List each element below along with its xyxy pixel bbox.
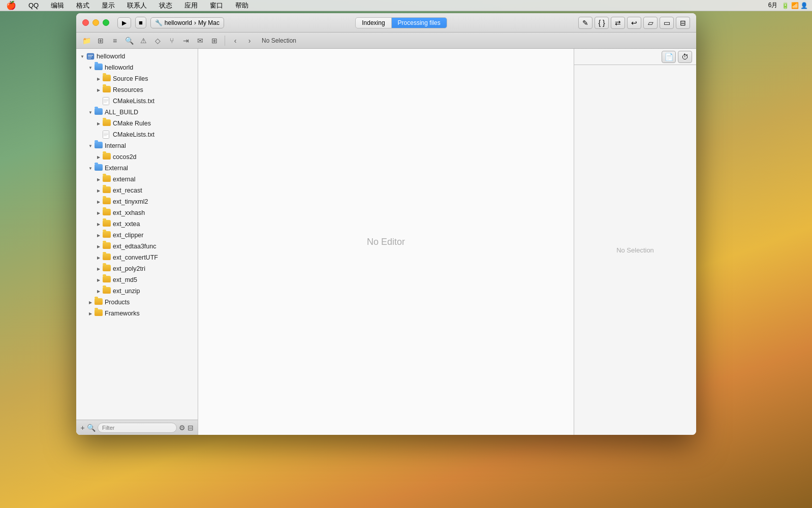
tree-ext-edtaa3func[interactable]: ext_edtaa3func xyxy=(76,241,198,252)
hierarchy-icon[interactable]: ⊟ xyxy=(188,422,194,433)
menu-view[interactable]: 显示 xyxy=(100,0,117,11)
tree-ext-xxhash[interactable]: ext_xxhash xyxy=(76,207,198,218)
main-content: helloworld helloworld Source Files xyxy=(76,49,696,435)
layout-btn1[interactable]: ▱ xyxy=(643,17,658,29)
tb2-warning-icon[interactable]: ⚠ xyxy=(137,35,149,47)
tree-ext-poly2tri[interactable]: ext_poly2tri xyxy=(76,263,198,274)
menu-format[interactable]: 格式 xyxy=(74,0,91,11)
external-disclosure[interactable] xyxy=(86,164,95,172)
edit-icon-btn[interactable]: ✎ xyxy=(578,17,592,29)
products-disclosure[interactable] xyxy=(86,298,95,306)
clock-icon: ⏱ xyxy=(681,53,689,61)
ext-icon xyxy=(103,175,111,183)
ext-xxhash-disclosure[interactable] xyxy=(95,209,103,217)
layout-icon1: ▱ xyxy=(648,19,653,27)
tb2-branch-icon[interactable]: ⑂ xyxy=(166,35,178,47)
related-btn[interactable]: ⇄ xyxy=(611,17,625,29)
menu-help[interactable]: 帮助 xyxy=(233,0,251,11)
stop-button[interactable]: ■ xyxy=(135,17,146,28)
scheme-selector[interactable]: 🔧 helloworld › My Mac xyxy=(150,17,224,28)
run-button[interactable]: ▶ xyxy=(117,17,131,28)
tree-area: helloworld helloworld Source Files xyxy=(76,49,198,420)
maximize-button[interactable] xyxy=(103,19,109,26)
tree-ext-recast[interactable]: ext_recast xyxy=(76,185,198,196)
all-build-disclosure[interactable] xyxy=(86,108,95,116)
tree-external-group[interactable]: External xyxy=(76,163,198,174)
tb2-grid-icon[interactable]: ⊞ xyxy=(95,35,107,47)
tree-cmakelists-1[interactable]: CMakeLists.txt xyxy=(76,96,198,107)
close-button[interactable] xyxy=(82,19,89,26)
ext-md5-disclosure[interactable] xyxy=(95,276,103,284)
tree-helloworld-group[interactable]: helloworld xyxy=(76,62,198,73)
ext-clipper-disclosure[interactable] xyxy=(95,231,103,239)
ext-disclosure[interactable] xyxy=(95,175,103,183)
ext-unzip-disclosure[interactable] xyxy=(95,287,103,295)
menu-qq[interactable]: QQ xyxy=(26,0,41,11)
tree-resources[interactable]: Resources xyxy=(76,84,198,96)
ext-tinyxml2-disclosure[interactable] xyxy=(95,198,103,206)
source-files-disclosure[interactable] xyxy=(95,75,103,83)
tree-external[interactable]: external xyxy=(76,174,198,185)
ext-poly2tri-icon xyxy=(103,265,111,273)
minimize-button[interactable] xyxy=(92,19,99,26)
layout-icon3: ⊟ xyxy=(680,19,686,27)
resources-disclosure[interactable] xyxy=(95,86,103,94)
menu-contacts[interactable]: 联系人 xyxy=(125,0,149,11)
menu-status[interactable]: 状态 xyxy=(157,0,174,11)
menu-window[interactable]: 窗口 xyxy=(208,0,225,11)
tree-ext-unzip[interactable]: ext_unzip xyxy=(76,285,198,297)
indexing-pill[interactable]: Indexing xyxy=(356,18,391,28)
internal-disclosure[interactable] xyxy=(86,142,95,150)
layout-btn3[interactable]: ⊟ xyxy=(676,17,690,29)
tree-ext-convertutf[interactable]: ext_convertUTF xyxy=(76,252,198,263)
resources-icon xyxy=(103,86,111,94)
root-disclosure[interactable] xyxy=(78,52,86,60)
add-button[interactable]: + xyxy=(80,422,85,433)
tb2-search-icon[interactable]: 🔍 xyxy=(123,35,135,47)
tb2-bookmark-icon[interactable]: ◇ xyxy=(151,35,164,47)
tree-all-build[interactable]: ALL_BUILD xyxy=(76,107,198,118)
processing-pill[interactable]: Processing files xyxy=(392,18,447,28)
tree-frameworks[interactable]: Frameworks xyxy=(76,308,198,319)
apple-menu[interactable]: 🍎 xyxy=(4,0,18,11)
tree-source-files[interactable]: Source Files xyxy=(76,73,198,84)
tb2-back-icon[interactable]: ‹ xyxy=(229,35,241,47)
tb2-link-icon[interactable]: ⇥ xyxy=(180,35,192,47)
cmake-rules-disclosure[interactable] xyxy=(95,119,103,128)
tb2-apps-icon[interactable]: ⊞ xyxy=(208,35,221,47)
layout-btn2[interactable]: ▭ xyxy=(660,17,674,29)
tb2-list-icon[interactable]: ≡ xyxy=(109,35,121,47)
frameworks-icon xyxy=(95,309,103,318)
filter-option-icon[interactable]: ⚙ xyxy=(179,422,185,433)
tree-ext-tinyxml2[interactable]: ext_tinyxml2 xyxy=(76,196,198,207)
tree-cmakelists-2[interactable]: CMakeLists.txt xyxy=(76,129,198,140)
inspector-clock-icon[interactable]: ⏱ xyxy=(678,51,692,63)
forward-btn[interactable]: ↩ xyxy=(627,17,641,29)
filter-input[interactable] xyxy=(98,423,177,433)
ext-convertutf-disclosure[interactable] xyxy=(95,253,103,262)
jump-bar-btn[interactable]: { } xyxy=(595,17,609,29)
ext-edtaa3func-disclosure[interactable] xyxy=(95,242,103,250)
tb2-forward-icon[interactable]: › xyxy=(243,35,256,47)
tree-root[interactable]: helloworld xyxy=(76,51,198,62)
tb2-folder-icon[interactable]: 📁 xyxy=(80,35,92,47)
tree-internal[interactable]: Internal xyxy=(76,140,198,151)
menu-edit[interactable]: 编辑 xyxy=(49,0,66,11)
tree-ext-md5[interactable]: ext_md5 xyxy=(76,274,198,285)
helloworld-disclosure[interactable] xyxy=(86,64,95,72)
tree-cmake-rules[interactable]: CMake Rules xyxy=(76,118,198,129)
ext-poly2tri-disclosure[interactable] xyxy=(95,265,103,273)
tree-cocos2d[interactable]: cocos2d xyxy=(76,151,198,163)
tree-products[interactable]: Products xyxy=(76,297,198,308)
inspector-toolbar: 📄 ⏱ xyxy=(574,49,696,65)
inspector-file-icon[interactable]: 📄 xyxy=(662,51,676,63)
tree-ext-xxtea[interactable]: ext_xxtea xyxy=(76,218,198,230)
ext-xxtea-disclosure[interactable] xyxy=(95,220,103,228)
toolbar-right: ✎ { } ⇄ ↩ ▱ ▭ ⊟ xyxy=(578,17,690,29)
ext-recast-disclosure[interactable] xyxy=(95,186,103,195)
cocos2d-disclosure[interactable] xyxy=(95,153,103,161)
frameworks-disclosure[interactable] xyxy=(86,309,95,318)
tb2-comment-icon[interactable]: ✉ xyxy=(194,35,206,47)
tree-ext-clipper[interactable]: ext_clipper xyxy=(76,230,198,241)
menu-apps[interactable]: 应用 xyxy=(182,0,200,11)
